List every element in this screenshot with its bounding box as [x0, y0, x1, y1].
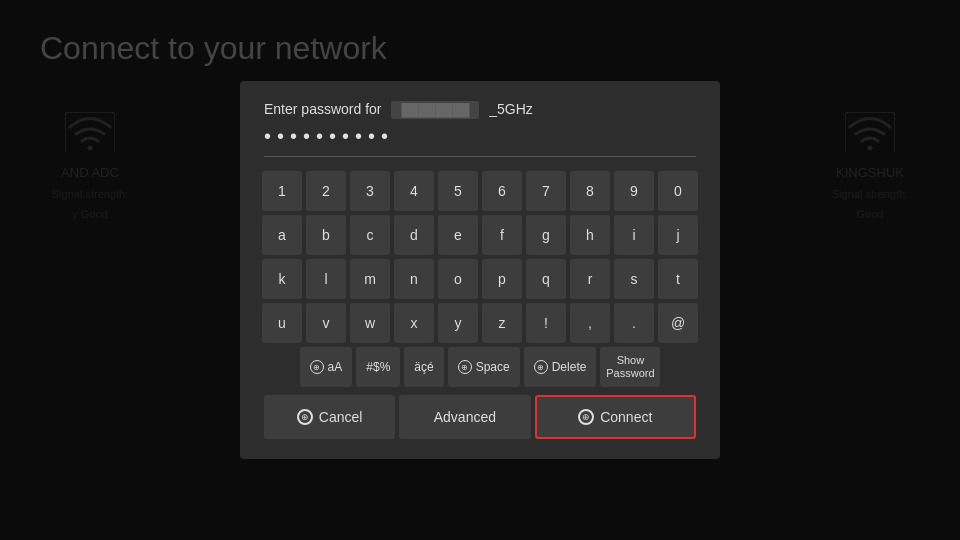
key-4[interactable]: 4: [394, 171, 434, 211]
key-f[interactable]: f: [482, 215, 522, 255]
key-h[interactable]: h: [570, 215, 610, 255]
symbols-key[interactable]: #$%: [356, 347, 400, 387]
key-b[interactable]: b: [306, 215, 346, 255]
cancel-circle-icon: ⊕: [297, 409, 313, 425]
password-dialog: Enter password for ████████ _5GHz ••••••…: [240, 81, 720, 459]
shift-circle-icon: ⊕: [310, 360, 324, 374]
key-2[interactable]: 2: [306, 171, 346, 211]
delete-circle-icon: ⊕: [534, 360, 548, 374]
alpha-row-2: k l m n o p q r s t: [264, 259, 696, 299]
number-row: 1 2 3 4 5 6 7 8 9 0: [264, 171, 696, 211]
key-d[interactable]: d: [394, 215, 434, 255]
key-a[interactable]: a: [262, 215, 302, 255]
key-j[interactable]: j: [658, 215, 698, 255]
key-u[interactable]: u: [262, 303, 302, 343]
key-w[interactable]: w: [350, 303, 390, 343]
key-m[interactable]: m: [350, 259, 390, 299]
space-circle-icon: ⊕: [458, 360, 472, 374]
dialog-actions: ⊕ Cancel Advanced ⊕ Connect: [264, 395, 696, 439]
key-5[interactable]: 5: [438, 171, 478, 211]
key-e[interactable]: e: [438, 215, 478, 255]
key-n[interactable]: n: [394, 259, 434, 299]
cancel-button[interactable]: ⊕ Cancel: [264, 395, 395, 439]
advanced-button[interactable]: Advanced: [399, 395, 530, 439]
key-s[interactable]: s: [614, 259, 654, 299]
key-i[interactable]: i: [614, 215, 654, 255]
key-o[interactable]: o: [438, 259, 478, 299]
delete-key[interactable]: ⊕ Delete: [524, 347, 597, 387]
key-comma[interactable]: ,: [570, 303, 610, 343]
key-c[interactable]: c: [350, 215, 390, 255]
dialog-title: Enter password for ████████ _5GHz: [264, 101, 696, 117]
special-keys-row: ⊕ aA #$% äçé ⊕ Space ⊕ Delete Show Passw…: [264, 347, 696, 387]
alpha-row-3: u v w x y z ! , . @: [264, 303, 696, 343]
key-r[interactable]: r: [570, 259, 610, 299]
connect-circle-icon: ⊕: [578, 409, 594, 425]
key-x[interactable]: x: [394, 303, 434, 343]
key-6[interactable]: 6: [482, 171, 522, 211]
key-at[interactable]: @: [658, 303, 698, 343]
show-password-key[interactable]: Show Password: [600, 347, 660, 387]
key-v[interactable]: v: [306, 303, 346, 343]
connect-button[interactable]: ⊕ Connect: [535, 395, 697, 439]
key-l[interactable]: l: [306, 259, 346, 299]
key-3[interactable]: 3: [350, 171, 390, 211]
key-8[interactable]: 8: [570, 171, 610, 211]
on-screen-keyboard: 1 2 3 4 5 6 7 8 9 0 a b c d e f g h i j …: [264, 171, 696, 387]
key-y[interactable]: y: [438, 303, 478, 343]
key-g[interactable]: g: [526, 215, 566, 255]
key-period[interactable]: .: [614, 303, 654, 343]
key-p[interactable]: p: [482, 259, 522, 299]
key-9[interactable]: 9: [614, 171, 654, 211]
key-7[interactable]: 7: [526, 171, 566, 211]
alpha-row-1: a b c d e f g h i j: [264, 215, 696, 255]
key-exclaim[interactable]: !: [526, 303, 566, 343]
password-display: ••••••••••: [264, 125, 696, 157]
key-1[interactable]: 1: [262, 171, 302, 211]
key-0[interactable]: 0: [658, 171, 698, 211]
accents-key[interactable]: äçé: [404, 347, 443, 387]
key-q[interactable]: q: [526, 259, 566, 299]
key-k[interactable]: k: [262, 259, 302, 299]
shift-key[interactable]: ⊕ aA: [300, 347, 353, 387]
key-t[interactable]: t: [658, 259, 698, 299]
space-key[interactable]: ⊕ Space: [448, 347, 520, 387]
key-z[interactable]: z: [482, 303, 522, 343]
